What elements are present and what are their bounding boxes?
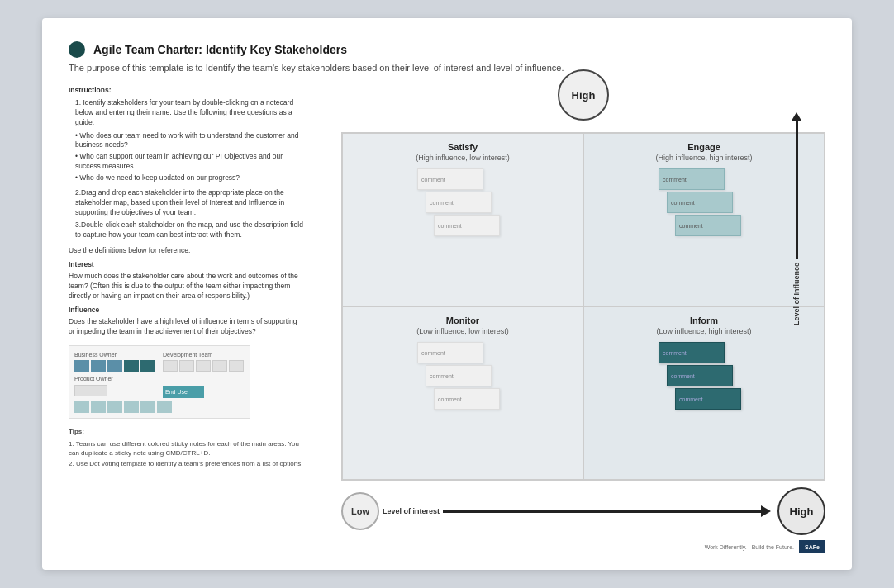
satisfy-note-1[interactable]: comment (417, 168, 483, 190)
tip-1: 1. Teams can use different colored stick… (69, 439, 303, 458)
instructions-title: Instructions: (69, 86, 303, 96)
low-circle: Low (341, 492, 379, 530)
sticky-s-4 (124, 401, 139, 413)
instruction-3: 3.Double-click each stakeholder on the m… (75, 220, 303, 240)
left-panel: Instructions: 1. Identify stakeholders f… (69, 86, 316, 553)
quadrant-satisfy: Satisfy (High influence, low interest) c… (342, 133, 583, 306)
product-owner-label: Product Owner (74, 375, 156, 383)
satisfy-note-2[interactable]: comment (426, 192, 492, 213)
footer: Work Differently. Build the Future. SAFe (341, 540, 825, 553)
monitor-note-1[interactable]: comment (417, 342, 483, 363)
x-axis-row: Low Level of interest High (341, 487, 825, 535)
y-axis-line (796, 119, 798, 259)
engage-note-3[interactable]: comment (675, 215, 741, 236)
engage-note-1[interactable]: comment (659, 168, 725, 190)
quadrant-inform: Inform (Low influence, high interest) co… (583, 306, 825, 480)
footer-text1: Work Differently. (705, 544, 747, 550)
sticky-s-5 (140, 401, 155, 413)
instruction-2: 2.Drag and drop each stakeholder into th… (75, 188, 303, 218)
sticky-dt-1 (163, 360, 178, 372)
sticky-bo-1 (74, 360, 89, 372)
engage-subtitle: (High influence, high interest) (592, 154, 816, 162)
influence-heading: Influence (69, 306, 303, 315)
definitions-label: Use the definitions below for reference: (69, 246, 303, 256)
sticky-bo-2 (91, 360, 106, 372)
main-wrapper: Instructions: 1. Identify stakeholders f… (69, 86, 825, 553)
monitor-subtitle: (Low influence, low interest) (351, 327, 574, 335)
bullet-1: • Who does our team need to work with to… (75, 131, 303, 151)
satisfy-note-3[interactable]: comment (434, 215, 500, 236)
x-axis-arrow-line (443, 510, 763, 513)
bullet-points: • Who does our team need to work with to… (75, 131, 303, 183)
sticky-po-1 (74, 385, 107, 396)
inform-note-3[interactable]: comment (675, 388, 741, 410)
inform-note-1[interactable]: comment (659, 342, 725, 363)
interest-heading: Interest (69, 260, 303, 270)
x-axis-label: Level of interest (383, 507, 440, 515)
inform-note-2[interactable]: comment (667, 365, 733, 386)
header-row: Agile Team Charter: Identify Key Stakeho… (69, 41, 825, 58)
page-subtitle: The purpose of this template is to Ident… (69, 63, 825, 73)
high-circle-top: High (558, 69, 609, 121)
tips-title: Tips: (69, 427, 303, 436)
tips-section: Tips: 1. Teams can use different colored… (69, 427, 303, 468)
influence-text: Does the stakeholder have a high level o… (69, 317, 303, 337)
quadrant-engage: Engage (High influence, high interest) c… (583, 133, 825, 306)
stakeholder-diagram: Business Owner Development Team (69, 345, 250, 420)
x-axis-arrowhead (761, 505, 771, 517)
sticky-dt-3 (196, 360, 211, 372)
sticky-bo-3 (107, 360, 122, 372)
sticky-s-2 (91, 401, 106, 413)
bullet-3: • Who do we need to keep updated on our … (75, 173, 303, 183)
y-axis-arrowhead (792, 112, 801, 121)
tip-2: 2. Use Dot voting template to identify a… (69, 459, 303, 468)
dev-team-label: Development Team (163, 351, 245, 359)
instructions-list: 1. Identify stakeholders for your team b… (75, 98, 303, 240)
inform-notes-area: comment comment comment (650, 342, 758, 416)
sticky-s-3 (107, 401, 122, 413)
top-axis-area: High Level of Influence (341, 86, 825, 132)
instruction-1: 1. Identify stakeholders for your team b… (75, 98, 303, 128)
sticky-bo-4 (124, 360, 139, 372)
inform-subtitle: (Low influence, high interest) (592, 327, 816, 335)
page-title: Agile Team Charter: Identify Key Stakeho… (93, 43, 347, 56)
sticky-dt-4 (212, 360, 227, 372)
engage-title: Engage (592, 142, 816, 152)
monitor-note-3[interactable]: comment (434, 388, 500, 410)
business-owner-label: Business Owner (74, 351, 156, 359)
y-axis-container: Level of Influence (792, 69, 801, 479)
x-axis-line-container: Level of interest (383, 507, 763, 515)
sticky-dt-5 (229, 360, 244, 372)
page-container: Agile Team Charter: Identify Key Stakeho… (42, 18, 852, 570)
sticky-bo-5 (140, 360, 155, 372)
sticky-s-1 (74, 401, 89, 413)
engage-notes-area: comment comment comment (650, 168, 758, 243)
engage-note-2[interactable]: comment (667, 192, 733, 213)
monitor-notes-area: comment comment comment (409, 342, 516, 416)
inform-title: Inform (592, 315, 816, 325)
high-circle-right: High (777, 487, 825, 535)
satisfy-notes-area: comment comment comment (409, 168, 516, 243)
satisfy-subtitle: (High influence, low interest) (351, 154, 574, 162)
content-right: High Level of Influence Satisfy (High in… (316, 86, 825, 553)
quadrant-grid: Satisfy (High influence, low interest) c… (341, 132, 825, 481)
monitor-note-2[interactable]: comment (426, 365, 492, 386)
header-dot (69, 41, 85, 58)
footer-text2: Build the Future. (752, 544, 794, 550)
y-axis-label: Level of Influence (792, 263, 801, 325)
satisfy-title: Satisfy (351, 142, 574, 152)
sticky-dt-2 (179, 360, 194, 372)
end-user-label: End User (163, 386, 204, 398)
safe-logo: SAFe (799, 540, 825, 553)
bullet-2: • Who can support our team in achieving … (75, 152, 303, 172)
interest-text: How much does the stakeholder care about… (69, 272, 303, 301)
quadrant-monitor: Monitor (Low influence, low interest) co… (342, 306, 583, 480)
sticky-s-6 (157, 401, 172, 413)
monitor-title: Monitor (351, 315, 574, 325)
